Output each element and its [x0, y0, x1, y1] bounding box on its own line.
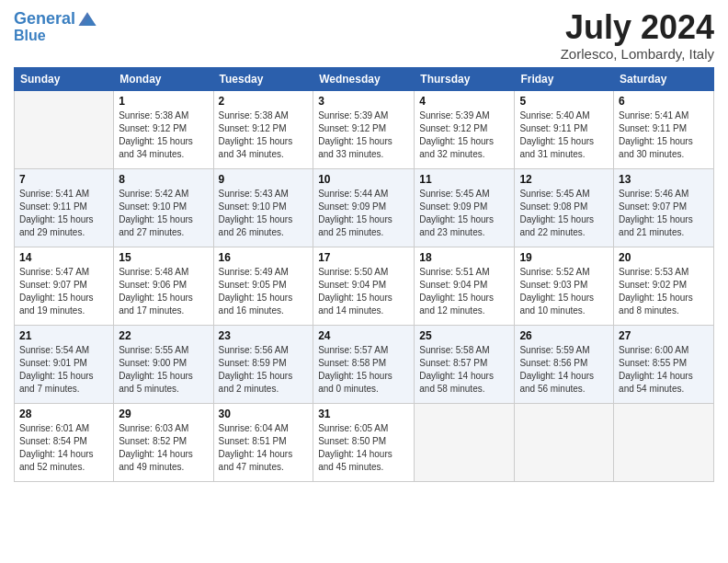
header: General Blue July 2024 Zorlesco, Lombard…	[14, 9, 714, 62]
logo: General Blue	[14, 9, 97, 44]
day-number: 12	[519, 173, 609, 186]
day-info: Sunrise: 5:45 AMSunset: 9:09 PMDaylight:…	[419, 188, 509, 239]
day-number: 10	[318, 173, 409, 186]
day-info: Sunrise: 6:05 AMSunset: 8:50 PMDaylight:…	[318, 422, 409, 474]
day-number: 9	[219, 173, 309, 186]
calendar-day-cell: 7Sunrise: 5:41 AMSunset: 9:11 PMDaylight…	[15, 168, 114, 247]
calendar-day-cell: 6Sunrise: 5:41 AMSunset: 9:11 PMDaylight…	[614, 90, 714, 168]
calendar-day-cell: 16Sunrise: 5:49 AMSunset: 9:05 PMDayligh…	[213, 247, 313, 325]
calendar-day-cell: 14Sunrise: 5:47 AMSunset: 9:07 PMDayligh…	[15, 247, 114, 325]
day-number: 13	[619, 173, 709, 186]
day-number: 25	[419, 329, 509, 342]
calendar-week-row: 21Sunrise: 5:54 AMSunset: 9:01 PMDayligh…	[15, 325, 714, 403]
header-tuesday: Tuesday	[213, 67, 313, 90]
day-number: 18	[419, 251, 509, 264]
day-number: 15	[119, 251, 208, 264]
calendar-day-cell: 27Sunrise: 6:00 AMSunset: 8:55 PMDayligh…	[614, 325, 714, 403]
day-number: 1	[119, 95, 208, 108]
calendar-day-cell: 15Sunrise: 5:48 AMSunset: 9:06 PMDayligh…	[114, 247, 213, 325]
day-info: Sunrise: 5:38 AMSunset: 9:12 PMDaylight:…	[219, 109, 309, 161]
day-info: Sunrise: 5:55 AMSunset: 9:00 PMDaylight:…	[119, 344, 208, 396]
day-number: 11	[419, 173, 509, 186]
calendar-day-cell: 19Sunrise: 5:52 AMSunset: 9:03 PMDayligh…	[515, 247, 614, 325]
location-title: Zorlesco, Lombardy, Italy	[561, 46, 714, 62]
calendar-day-cell	[415, 403, 515, 481]
header-sunday: Sunday	[15, 67, 114, 90]
day-info: Sunrise: 6:00 AMSunset: 8:55 PMDaylight:…	[619, 344, 709, 396]
calendar-week-row: 7Sunrise: 5:41 AMSunset: 9:11 PMDaylight…	[15, 168, 714, 247]
calendar-day-cell: 26Sunrise: 5:59 AMSunset: 8:56 PMDayligh…	[515, 325, 614, 403]
day-info: Sunrise: 6:04 AMSunset: 8:51 PMDaylight:…	[219, 422, 309, 474]
weekday-header-row: Sunday Monday Tuesday Wednesday Thursday…	[15, 67, 714, 90]
calendar-day-cell: 22Sunrise: 5:55 AMSunset: 9:00 PMDayligh…	[114, 325, 213, 403]
day-info: Sunrise: 5:48 AMSunset: 9:06 PMDaylight:…	[119, 266, 208, 317]
header-saturday: Saturday	[614, 67, 714, 90]
calendar-day-cell: 9Sunrise: 5:43 AMSunset: 9:10 PMDaylight…	[213, 168, 313, 247]
calendar-day-cell: 12Sunrise: 5:45 AMSunset: 9:08 PMDayligh…	[515, 168, 614, 247]
calendar-day-cell: 1Sunrise: 5:38 AMSunset: 9:12 PMDaylight…	[114, 90, 213, 168]
day-number: 2	[219, 95, 309, 108]
day-number: 6	[619, 95, 709, 108]
day-info: Sunrise: 6:01 AMSunset: 8:54 PMDaylight:…	[19, 422, 108, 474]
page: General Blue July 2024 Zorlesco, Lombard…	[0, 0, 728, 563]
header-friday: Friday	[515, 67, 614, 90]
day-info: Sunrise: 5:41 AMSunset: 9:11 PMDaylight:…	[619, 109, 709, 161]
calendar-day-cell: 5Sunrise: 5:40 AMSunset: 9:11 PMDaylight…	[515, 90, 614, 168]
calendar-week-row: 14Sunrise: 5:47 AMSunset: 9:07 PMDayligh…	[15, 247, 714, 325]
day-info: Sunrise: 5:39 AMSunset: 9:12 PMDaylight:…	[419, 109, 509, 161]
day-info: Sunrise: 5:54 AMSunset: 9:01 PMDaylight:…	[19, 344, 108, 396]
day-info: Sunrise: 5:41 AMSunset: 9:11 PMDaylight:…	[19, 188, 108, 239]
calendar-day-cell: 8Sunrise: 5:42 AMSunset: 9:10 PMDaylight…	[114, 168, 213, 247]
calendar-day-cell: 25Sunrise: 5:58 AMSunset: 8:57 PMDayligh…	[415, 325, 515, 403]
day-info: Sunrise: 5:39 AMSunset: 9:12 PMDaylight:…	[318, 109, 409, 161]
day-number: 8	[119, 173, 208, 186]
calendar-day-cell: 18Sunrise: 5:51 AMSunset: 9:04 PMDayligh…	[415, 247, 515, 325]
calendar-day-cell: 13Sunrise: 5:46 AMSunset: 9:07 PMDayligh…	[614, 168, 714, 247]
calendar-day-cell: 23Sunrise: 5:56 AMSunset: 8:59 PMDayligh…	[213, 325, 313, 403]
day-number: 23	[219, 329, 309, 342]
day-number: 27	[619, 329, 709, 342]
day-info: Sunrise: 5:49 AMSunset: 9:05 PMDaylight:…	[219, 266, 309, 317]
header-thursday: Thursday	[415, 67, 515, 90]
calendar-day-cell: 2Sunrise: 5:38 AMSunset: 9:12 PMDaylight…	[213, 90, 313, 168]
day-number: 14	[19, 251, 108, 264]
day-number: 31	[318, 408, 409, 420]
day-number: 26	[519, 329, 609, 342]
month-title: July 2024	[561, 9, 714, 46]
title-block: July 2024 Zorlesco, Lombardy, Italy	[561, 9, 714, 62]
day-number: 29	[119, 408, 208, 420]
day-info: Sunrise: 6:03 AMSunset: 8:52 PMDaylight:…	[119, 422, 208, 474]
calendar-day-cell: 17Sunrise: 5:50 AMSunset: 9:04 PMDayligh…	[313, 247, 415, 325]
day-info: Sunrise: 5:53 AMSunset: 9:02 PMDaylight:…	[619, 266, 709, 317]
calendar-day-cell: 21Sunrise: 5:54 AMSunset: 9:01 PMDayligh…	[15, 325, 114, 403]
day-info: Sunrise: 5:57 AMSunset: 8:58 PMDaylight:…	[318, 344, 409, 396]
day-number: 7	[19, 173, 108, 186]
day-info: Sunrise: 5:50 AMSunset: 9:04 PMDaylight:…	[318, 266, 409, 317]
day-info: Sunrise: 5:47 AMSunset: 9:07 PMDaylight:…	[19, 266, 108, 317]
day-number: 3	[318, 95, 409, 108]
calendar-day-cell	[15, 90, 114, 168]
day-number: 19	[519, 251, 609, 264]
day-info: Sunrise: 5:58 AMSunset: 8:57 PMDaylight:…	[419, 344, 509, 396]
day-number: 24	[318, 329, 409, 342]
calendar-week-row: 28Sunrise: 6:01 AMSunset: 8:54 PMDayligh…	[15, 403, 714, 481]
day-info: Sunrise: 5:59 AMSunset: 8:56 PMDaylight:…	[519, 344, 609, 396]
calendar-day-cell: 10Sunrise: 5:44 AMSunset: 9:09 PMDayligh…	[313, 168, 415, 247]
calendar-day-cell: 11Sunrise: 5:45 AMSunset: 9:09 PMDayligh…	[415, 168, 515, 247]
day-number: 17	[318, 251, 409, 264]
calendar-day-cell: 29Sunrise: 6:03 AMSunset: 8:52 PMDayligh…	[114, 403, 213, 481]
calendar-day-cell: 20Sunrise: 5:53 AMSunset: 9:02 PMDayligh…	[614, 247, 714, 325]
calendar-day-cell: 31Sunrise: 6:05 AMSunset: 8:50 PMDayligh…	[313, 403, 415, 481]
day-number: 4	[419, 95, 509, 108]
calendar: Sunday Monday Tuesday Wednesday Thursday…	[14, 67, 714, 482]
calendar-day-cell: 24Sunrise: 5:57 AMSunset: 8:58 PMDayligh…	[313, 325, 415, 403]
logo-text: General	[14, 10, 75, 29]
day-info: Sunrise: 5:51 AMSunset: 9:04 PMDaylight:…	[419, 266, 509, 317]
day-number: 16	[219, 251, 309, 264]
day-number: 22	[119, 329, 208, 342]
header-wednesday: Wednesday	[313, 67, 415, 90]
day-info: Sunrise: 5:56 AMSunset: 8:59 PMDaylight:…	[219, 344, 309, 396]
calendar-day-cell: 30Sunrise: 6:04 AMSunset: 8:51 PMDayligh…	[213, 403, 313, 481]
day-info: Sunrise: 5:45 AMSunset: 9:08 PMDaylight:…	[519, 188, 609, 239]
day-info: Sunrise: 5:43 AMSunset: 9:10 PMDaylight:…	[219, 188, 309, 239]
